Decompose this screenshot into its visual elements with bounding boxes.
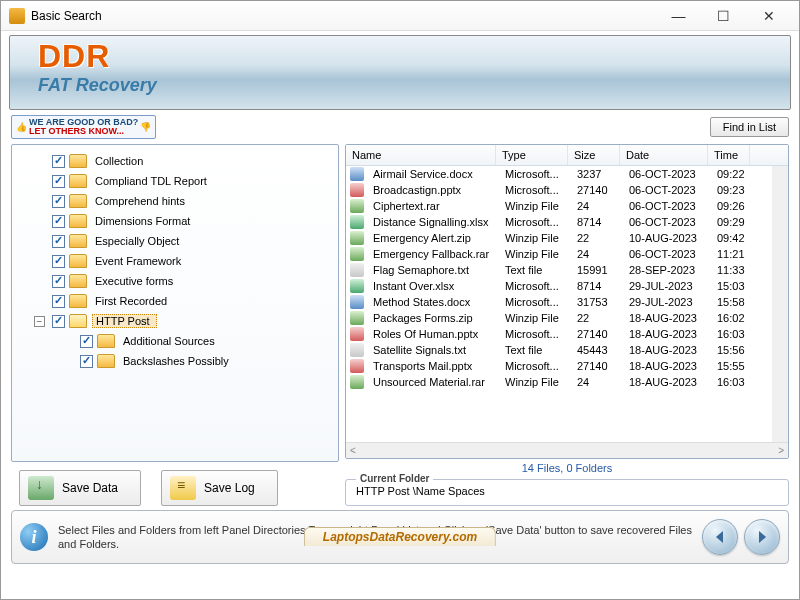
file-icon [350, 359, 364, 373]
file-row[interactable]: Ciphertext.rarWinzip File2406-OCT-202309… [346, 198, 788, 214]
file-row[interactable]: Satellite Signals.txtText file4544318-AU… [346, 342, 788, 358]
col-name[interactable]: Name [346, 145, 496, 165]
tree-item-label: Backslashes Possibly [120, 355, 232, 367]
tree-item[interactable]: Additional Sources [12, 331, 338, 351]
tree-item[interactable]: Backslashes Possibly [12, 351, 338, 371]
minimize-button[interactable]: — [656, 2, 701, 30]
file-icon [350, 375, 364, 389]
file-row[interactable]: Airmail Service.docxMicrosoft...323706-O… [346, 166, 788, 182]
feedback-button[interactable]: 👍 WE ARE GOOD OR BAD? LET OTHERS KNOW...… [11, 115, 156, 139]
tree-item[interactable]: First Recorded [12, 291, 338, 311]
current-folder-path: HTTP Post \Name Spaces [356, 485, 485, 497]
cell-size: 27140 [571, 327, 623, 341]
col-type[interactable]: Type [496, 145, 568, 165]
maximize-button[interactable]: ☐ [701, 2, 746, 30]
main-content: CollectionCompliand TDL ReportComprehend… [1, 140, 799, 510]
cell-size: 8714 [571, 215, 623, 229]
next-button[interactable] [744, 519, 780, 555]
file-row[interactable]: Distance Signalling.xlsxMicrosoft...8714… [346, 214, 788, 230]
file-row[interactable]: Roles Of Human.pptxMicrosoft...2714018-A… [346, 326, 788, 342]
checkbox[interactable] [52, 155, 65, 168]
cell-time: 09:29 [711, 215, 753, 229]
checkbox[interactable] [52, 275, 65, 288]
cell-time: 15:58 [711, 295, 753, 309]
file-row[interactable]: Transports Mail.pptxMicrosoft...2714018-… [346, 358, 788, 374]
cell-name: Unsourced Material.rar [367, 375, 499, 389]
save-data-button[interactable]: Save Data [19, 470, 141, 506]
file-icon [350, 247, 364, 261]
file-row[interactable]: Packages Forms.zipWinzip File2218-AUG-20… [346, 310, 788, 326]
file-row[interactable]: Emergency Alert.zipWinzip File2210-AUG-2… [346, 230, 788, 246]
folder-icon [69, 214, 87, 228]
col-date[interactable]: Date [620, 145, 708, 165]
window-title: Basic Search [31, 9, 656, 23]
logo-text: DDR [38, 38, 790, 75]
checkbox[interactable] [52, 235, 65, 248]
tree-item-label: First Recorded [92, 295, 170, 307]
folder-icon [69, 254, 87, 268]
cell-type: Microsoft... [499, 215, 571, 229]
list-header[interactable]: Name Type Size Date Time [346, 145, 788, 166]
tree-item-label: Dimensions Format [92, 215, 193, 227]
collapse-icon[interactable]: − [34, 316, 45, 327]
tree-item[interactable]: −HTTP Post [12, 311, 338, 331]
col-time[interactable]: Time [708, 145, 750, 165]
cell-type: Winzip File [499, 199, 571, 213]
file-row[interactable]: Emergency Fallback.rarWinzip File2406-OC… [346, 246, 788, 262]
tree-item[interactable]: Dimensions Format [12, 211, 338, 231]
checkbox[interactable] [52, 315, 65, 328]
cell-date: 18-AUG-2023 [623, 375, 711, 389]
cell-size: 24 [571, 247, 623, 261]
cell-name: Satellite Signals.txt [367, 343, 499, 357]
cell-type: Winzip File [499, 311, 571, 325]
logo-subtitle: FAT Recovery [38, 75, 790, 96]
find-in-list-button[interactable]: Find in List [710, 117, 789, 137]
folder-icon [69, 234, 87, 248]
checkbox[interactable] [52, 295, 65, 308]
checkbox[interactable] [52, 195, 65, 208]
folder-icon [69, 194, 87, 208]
checkbox[interactable] [52, 215, 65, 228]
file-row[interactable]: Unsourced Material.rarWinzip File2418-AU… [346, 374, 788, 390]
file-icon [350, 295, 364, 309]
cell-type: Text file [499, 343, 571, 357]
save-log-button[interactable]: Save Log [161, 470, 278, 506]
right-panel: Name Type Size Date Time Airmail Service… [345, 144, 789, 506]
tree-item[interactable]: Especially Object [12, 231, 338, 251]
cell-name: Emergency Alert.zip [367, 231, 499, 245]
checkbox[interactable] [80, 355, 93, 368]
checkbox[interactable] [52, 255, 65, 268]
tree-item[interactable]: Comprehend hints [12, 191, 338, 211]
file-row[interactable]: Instant Over.xlsxMicrosoft...871429-JUL-… [346, 278, 788, 294]
file-row[interactable]: Method States.docxMicrosoft...3175329-JU… [346, 294, 788, 310]
brand-link[interactable]: LaptopsDataRecovery.com [304, 527, 496, 546]
cell-type: Winzip File [499, 231, 571, 245]
list-body[interactable]: Airmail Service.docxMicrosoft...323706-O… [346, 166, 788, 442]
folder-tree[interactable]: CollectionCompliand TDL ReportComprehend… [11, 144, 339, 462]
prev-button[interactable] [702, 519, 738, 555]
col-size[interactable]: Size [568, 145, 620, 165]
tree-item[interactable]: Executive forms [12, 271, 338, 291]
tree-item[interactable]: Compliand TDL Report [12, 171, 338, 191]
file-list[interactable]: Name Type Size Date Time Airmail Service… [345, 144, 789, 459]
tree-item-label: HTTP Post [92, 314, 157, 328]
cell-time: 09:23 [711, 183, 753, 197]
cell-time: 11:33 [711, 263, 753, 277]
tree-item[interactable]: Event Framework [12, 251, 338, 271]
cell-date: 06-OCT-2023 [623, 247, 711, 261]
cell-time: 09:26 [711, 199, 753, 213]
cell-date: 29-JUL-2023 [623, 279, 711, 293]
close-button[interactable]: ✕ [746, 2, 791, 30]
file-icon [350, 327, 364, 341]
cell-type: Microsoft... [499, 359, 571, 373]
cell-time: 15:56 [711, 343, 753, 357]
file-row[interactable]: Flag Semaphore.txtText file1599128-SEP-2… [346, 262, 788, 278]
cell-time: 15:03 [711, 279, 753, 293]
checkbox[interactable] [52, 175, 65, 188]
cell-name: Ciphertext.rar [367, 199, 499, 213]
file-row[interactable]: Broadcastign.pptxMicrosoft...2714006-OCT… [346, 182, 788, 198]
horizontal-scrollbar[interactable]: <> [346, 442, 788, 458]
checkbox[interactable] [80, 335, 93, 348]
vertical-scrollbar[interactable] [772, 166, 788, 442]
tree-item[interactable]: Collection [12, 151, 338, 171]
